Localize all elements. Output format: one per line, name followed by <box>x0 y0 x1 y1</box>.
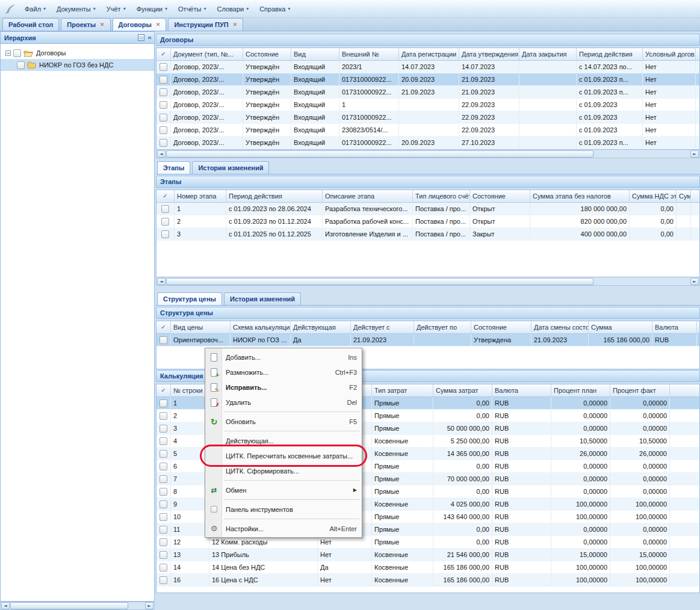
table-row[interactable]: 3с 01.01.2025 по 01.12.2025Изготовление … <box>156 228 699 241</box>
menubar-menu[interactable]: Документы▾ <box>52 3 101 15</box>
table-row[interactable]: 1212 Комм. расходыНетПрямые0,00RUB0,0000… <box>156 536 699 549</box>
row-checkbox[interactable] <box>160 551 167 559</box>
context-menu-item[interactable]: ⚙Настройки...Alt+Enter <box>205 521 362 536</box>
row-checkbox[interactable] <box>160 488 167 496</box>
select-all-header[interactable]: ✓ <box>156 384 171 396</box>
section-tab[interactable]: Этапы <box>157 161 190 174</box>
menubar-menu[interactable]: Отчёты▾ <box>173 3 211 15</box>
collapse-panel-icon[interactable]: « <box>147 34 152 41</box>
column-header[interactable]: Период действия <box>226 190 323 202</box>
row-checkbox[interactable] <box>161 218 169 226</box>
toolbar-checkbox-icon-box[interactable] <box>211 506 217 513</box>
sidebar-horizontal-scrollbar[interactable]: ◄ ► <box>0 602 155 610</box>
column-header[interactable]: Схема калькуляци... <box>231 321 291 333</box>
row-checkbox[interactable] <box>160 564 167 571</box>
row-checkbox[interactable] <box>160 463 167 470</box>
table-row[interactable]: Договор, 2023/...УтверждёнВходящий017310… <box>156 73 699 86</box>
table-row[interactable]: 1616 Цена с НДСНетКосвенные165 186 000,0… <box>156 574 699 587</box>
menubar-menu[interactable]: Файл▾ <box>20 3 51 15</box>
column-header[interactable]: Номер этапа <box>175 190 226 202</box>
context-menu-item[interactable]: Панель инструментов <box>205 502 362 517</box>
column-header[interactable]: Дата утверждения <box>459 48 519 60</box>
close-icon[interactable]: ✕ <box>100 22 105 28</box>
menubar-menu[interactable]: Словари▾ <box>212 3 253 15</box>
table-row[interactable]: Ориентировоч...НИОКР по ГОЗ ...Да21.09.2… <box>156 334 699 347</box>
scroll-left-icon[interactable]: ◄ <box>157 150 166 158</box>
tree-node-checkbox[interactable] <box>17 61 25 69</box>
column-header[interactable]: Сумма НДС этапа <box>630 190 677 202</box>
column-header[interactable]: Валюта <box>492 384 551 396</box>
scroll-right-icon[interactable]: ► <box>690 150 699 158</box>
column-header[interactable]: Дата закрытия <box>519 48 577 60</box>
column-header[interactable]: Тип затрат <box>372 384 433 396</box>
column-header[interactable]: Действует с <box>351 321 414 333</box>
section-tab[interactable]: История изменений <box>192 161 269 174</box>
column-header[interactable]: Сумма этапа без налогов <box>530 190 630 202</box>
row-checkbox[interactable] <box>160 76 167 84</box>
table-row[interactable]: Договор, 2023/...УтверждёнВходящий017310… <box>156 111 699 124</box>
column-header[interactable]: Период действия <box>577 48 643 60</box>
table-row[interactable]: 1с 01.09.2023 по 28.06.2024Разработка те… <box>156 203 699 215</box>
scrollbar-thumb[interactable] <box>166 278 593 285</box>
column-header[interactable]: Процент факт <box>610 384 670 396</box>
collapse-node-icon[interactable]: − <box>5 51 11 56</box>
column-header[interactable]: Валюта <box>652 321 697 333</box>
row-checkbox[interactable] <box>160 114 167 122</box>
table-row[interactable]: Договор, 2023/...УтверждёнВходящий122.09… <box>156 99 699 111</box>
scroll-right-icon[interactable]: ► <box>145 602 153 609</box>
context-menu-item[interactable]: ⇄Обмен▶ <box>205 482 362 498</box>
column-header[interactable]: № строки <box>171 384 209 396</box>
tree-node-checkbox[interactable] <box>13 49 21 57</box>
column-header[interactable]: Дата смены состо... <box>531 321 589 333</box>
column-header[interactable]: Процент план <box>551 384 610 396</box>
column-header[interactable]: Сум... <box>677 190 691 202</box>
contracts-horizontal-scrollbar[interactable]: ◄ ► <box>156 150 700 158</box>
scrollbar-thumb[interactable] <box>166 150 593 158</box>
app-tab[interactable]: Инструкции ПУП✕ <box>168 18 243 31</box>
context-menu-item[interactable]: ЦИТК. Пересчитать косвенные затраты... <box>205 448 362 463</box>
row-checkbox[interactable] <box>160 538 167 546</box>
menubar-menu[interactable]: Учёт▾ <box>102 3 131 15</box>
column-header[interactable]: Вид <box>291 48 339 60</box>
table-row[interactable]: Договор, 2023/...УтверждёнВходящий017310… <box>156 86 699 99</box>
section-tab[interactable]: История изменений <box>224 292 301 305</box>
app-tab[interactable]: Договоры✕ <box>113 18 167 31</box>
column-header[interactable]: Описание этапа <box>323 190 413 202</box>
row-checkbox[interactable] <box>161 205 169 213</box>
context-menu-item[interactable]: ↻ОбновитьF5 <box>205 414 362 429</box>
tree-node-root[interactable]: − Договоры <box>1 47 154 59</box>
stages-horizontal-scrollbar[interactable]: ◄ ► <box>156 277 700 286</box>
row-checkbox[interactable] <box>160 425 167 433</box>
table-row[interactable]: 1414 Цена без НДСДаКосвенные165 186 000,… <box>156 561 699 574</box>
column-header[interactable]: Внешний № <box>339 48 399 60</box>
row-checkbox[interactable] <box>160 475 167 483</box>
scroll-right-icon[interactable]: ► <box>690 278 699 285</box>
tree-node-child[interactable]: НИОКР по ГОЗ без НДС <box>1 59 154 71</box>
menubar-menu[interactable]: Функции▾ <box>132 3 172 15</box>
grid-settings-icon[interactable] <box>138 34 144 41</box>
column-header[interactable]: Состояние <box>471 321 531 333</box>
app-tab[interactable]: Проекты✕ <box>61 18 110 31</box>
table-row[interactable]: Договор, 2023/...УтверждёнВходящий017310… <box>156 137 699 149</box>
table-row[interactable]: 1313 ПрибыльНетКосвенные21 546 000,00RUB… <box>156 549 699 561</box>
row-checkbox[interactable] <box>160 412 167 420</box>
row-checkbox[interactable] <box>160 336 167 344</box>
row-checkbox[interactable] <box>160 399 167 407</box>
scroll-left-icon[interactable]: ◄ <box>157 278 166 285</box>
table-row[interactable]: 2с 01.09.2023 по 01.12.2024Разработка ра… <box>156 215 699 228</box>
context-menu-item[interactable]: ✎Исправить...F2 <box>205 380 362 395</box>
row-checkbox[interactable] <box>160 88 167 96</box>
row-checkbox[interactable] <box>160 437 167 445</box>
context-menu-item[interactable]: Добавить...Ins <box>205 350 362 365</box>
column-header[interactable]: Действующая <box>291 321 351 333</box>
column-header[interactable]: Условный догов... <box>643 48 696 60</box>
row-checkbox[interactable] <box>160 576 167 584</box>
row-checkbox[interactable] <box>160 101 167 109</box>
context-menu-item[interactable]: +Размножить...Ctrl+F3 <box>205 365 362 380</box>
context-menu-item[interactable]: ✗УдалитьDel <box>205 395 362 410</box>
menubar-menu[interactable]: Справка▾ <box>255 3 295 15</box>
select-all-header[interactable]: ✓ <box>156 48 171 60</box>
column-header[interactable]: Действует по <box>414 321 471 333</box>
scroll-left-icon[interactable]: ◄ <box>1 602 10 609</box>
table-row[interactable]: Договор, 2023/...УтверждёнВходящий230823… <box>156 124 699 137</box>
